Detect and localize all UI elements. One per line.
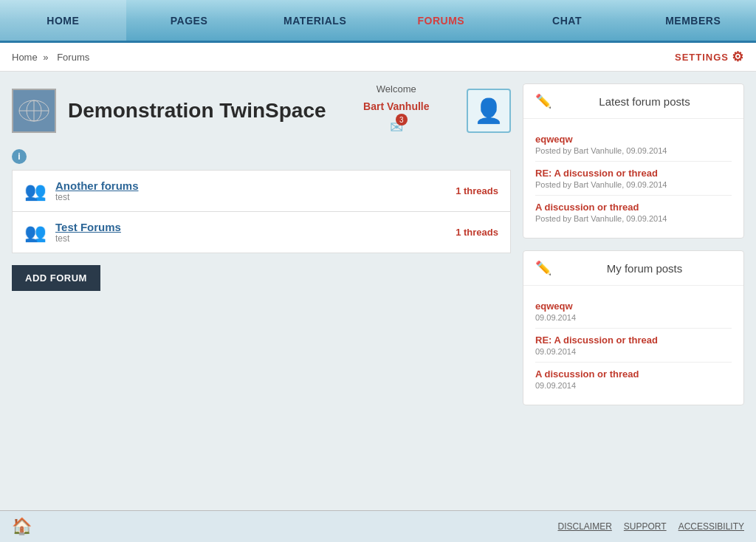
forum-list: 👥 Another forums test 1 threads 👥 Test F… [12,170,511,253]
thread-number: 1 [456,227,461,238]
latest-post-item: A discussion or thread Posted by Bart Va… [535,196,732,229]
forum-item[interactable]: 👥 Another forums test 1 threads [12,170,511,211]
post-title-link[interactable]: RE: A discussion or thread [535,168,732,179]
my-post-item: A discussion or thread 09.09.2014 [535,363,732,396]
forum-thread-count: 1 threads [456,227,498,238]
footer-accessibility-link[interactable]: ACCESSIBILITY [678,521,744,532]
user-avatar[interactable]: 👤 [467,89,511,133]
forum-group-icon: 👥 [24,222,47,243]
latest-posts-title: Latest forum posts [557,95,732,108]
pencil-icon: ✏️ [535,260,551,276]
forum-name[interactable]: Test Forums [55,221,447,233]
info-icon-wrapper: i [12,149,511,164]
home-icon[interactable]: 🏠 [12,517,32,536]
my-posts-body: eqweqw 09.09.2014 RE: A discussion or th… [523,286,743,405]
user-area: Welcome Bart Vanhulle ✉ 3 [363,83,429,137]
my-post-meta: 09.09.2014 [535,347,732,356]
my-posts-panel: ✏️ My forum posts eqweqw 09.09.2014 RE: … [523,250,744,405]
info-icon[interactable]: i [12,149,27,164]
breadcrumb-bar: Home » Forums SETTINGS ⚙ [0,43,756,72]
forum-info: Test Forums test [55,221,447,244]
nav-bar: HOME PAGES MATERIALS FORUMS CHAT MEMBERS [0,0,756,43]
thread-number: 1 [456,185,461,196]
main-container: Demonstration TwinSpace Welcome Bart Van… [0,72,756,417]
my-post-title-link[interactable]: eqweqw [535,301,732,312]
nav-materials[interactable]: MATERIALS [252,0,378,41]
left-column: Demonstration TwinSpace Welcome Bart Van… [12,83,511,405]
nav-pages[interactable]: PAGES [126,0,252,41]
latest-posts-panel: ✏️ Latest forum posts eqweqw Posted by B… [523,83,744,239]
breadcrumb-home-link[interactable]: Home [12,52,38,63]
post-meta: Posted by Bart Vanhulle, 09.09.2014 [535,214,732,223]
forum-item[interactable]: 👥 Test Forums test 1 threads [12,211,511,253]
page-header-row: Demonstration TwinSpace Welcome Bart Van… [12,83,511,137]
nav-chat[interactable]: CHAT [504,0,630,41]
forum-info: Another forums test [55,179,447,202]
add-forum-button[interactable]: ADD FORUM [12,265,100,291]
post-title-link[interactable]: eqweqw [535,134,732,145]
latest-posts-body: eqweqw Posted by Bart Vanhulle, 09.09.20… [523,119,743,238]
post-meta: Posted by Bart Vanhulle, 09.09.2014 [535,146,732,155]
user-name-link[interactable]: Bart Vanhulle [363,100,429,112]
gear-icon: ⚙ [732,49,744,65]
latest-post-item: eqweqw Posted by Bart Vanhulle, 09.09.20… [535,128,732,162]
my-post-item: RE: A discussion or thread 09.09.2014 [535,329,732,363]
settings-label: SETTINGS [675,52,729,63]
forum-thread-count: 1 threads [456,185,498,196]
my-posts-title: My forum posts [557,262,732,275]
pencil-icon: ✏️ [535,93,551,109]
footer-links: DISCLAIMER SUPPORT ACCESSIBILITY [557,521,744,532]
message-badge[interactable]: ✉ 3 [390,118,403,137]
threads-label: threads [464,185,498,196]
right-column: ✏️ Latest forum posts eqweqw Posted by B… [523,83,744,405]
page-title: Demonstration TwinSpace [68,99,326,123]
my-post-title-link[interactable]: RE: A discussion or thread [535,335,732,346]
forum-desc: test [55,233,447,244]
my-posts-header: ✏️ My forum posts [523,251,743,286]
my-post-item: eqweqw 09.09.2014 [535,295,732,329]
forum-group-icon: 👥 [24,181,47,202]
forum-name[interactable]: Another forums [55,179,447,192]
threads-label: threads [464,227,498,238]
nav-home[interactable]: HOME [0,0,126,41]
welcome-text: Welcome [377,83,416,95]
my-post-title-link[interactable]: A discussion or thread [535,368,732,380]
post-title-link[interactable]: A discussion or thread [535,202,732,213]
nav-forums[interactable]: FORUMS [378,0,504,41]
my-post-meta: 09.09.2014 [535,381,732,390]
my-post-meta: 09.09.2014 [535,313,732,322]
breadcrumb-separator: » [43,52,48,63]
breadcrumb-current: Forums [57,52,89,63]
post-meta: Posted by Bart Vanhulle, 09.09.2014 [535,180,732,189]
message-count: 3 [396,114,408,126]
page-logo [12,89,56,133]
settings-button[interactable]: SETTINGS ⚙ [675,49,744,65]
latest-post-item: RE: A discussion or thread Posted by Bar… [535,162,732,196]
header-left: Demonstration TwinSpace [12,89,326,133]
footer: 🏠 DISCLAIMER SUPPORT ACCESSIBILITY [0,510,756,542]
footer-disclaimer-link[interactable]: DISCLAIMER [557,521,611,532]
nav-members[interactable]: MEMBERS [630,0,756,41]
breadcrumb: Home » Forums [12,52,92,63]
latest-posts-header: ✏️ Latest forum posts [523,84,743,119]
avatar-icon: 👤 [474,97,504,125]
footer-support-link[interactable]: SUPPORT [624,521,667,532]
forum-desc: test [55,192,447,202]
